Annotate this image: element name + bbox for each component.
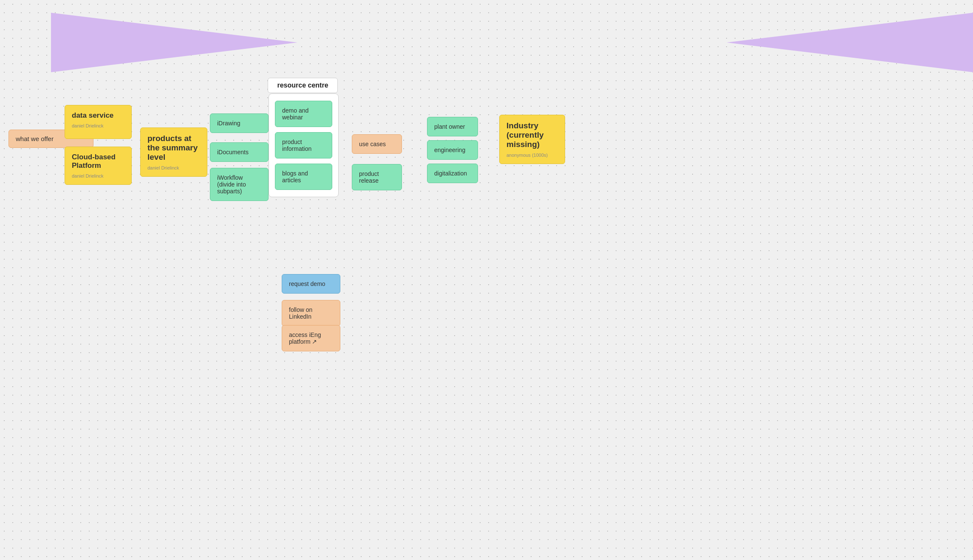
- access-platform-card[interactable]: access iEng platform ↗: [282, 325, 340, 351]
- products-summary-card[interactable]: products at the summary level daniel Dri…: [140, 127, 207, 177]
- products-summary-sublabel: daniel Drielinck: [147, 165, 200, 170]
- triangle-right-decoration: [727, 13, 973, 72]
- data-service-title: data service: [72, 111, 124, 120]
- cloud-platform-sublabel: daniel Drielinck: [72, 173, 124, 178]
- demo-webinar-card[interactable]: demo and webinar: [275, 101, 332, 127]
- use-cases-card[interactable]: use cases: [352, 134, 402, 154]
- engineering-card[interactable]: engineering: [427, 140, 478, 160]
- resource-centre-title: resource centre: [268, 78, 338, 93]
- product-release-card[interactable]: product release: [352, 164, 402, 190]
- iworkflow-card[interactable]: iWorkflow (divide into subparts): [210, 168, 269, 201]
- industry-sublabel: anonymous (1000s): [506, 153, 558, 158]
- digitalization-card[interactable]: digitalization: [427, 164, 478, 183]
- products-summary-title: products at the summary level: [147, 134, 200, 162]
- request-demo-card[interactable]: request demo: [282, 274, 340, 294]
- blogs-articles-card[interactable]: blogs and articles: [275, 164, 332, 190]
- cloud-platform-title: Cloud-based Platform: [72, 153, 124, 170]
- plant-owner-card[interactable]: plant owner: [427, 117, 478, 136]
- idrawing-card[interactable]: iDrawing: [210, 113, 269, 133]
- triangle-left-decoration: [51, 13, 297, 72]
- data-service-card[interactable]: data service daniel Drielinck: [65, 105, 132, 139]
- industry-title: Industry (currently missing): [506, 121, 558, 149]
- data-service-sublabel: daniel Drielinck: [72, 123, 124, 128]
- industry-card[interactable]: Industry (currently missing) anonymous (…: [499, 115, 565, 164]
- follow-linkedin-card[interactable]: follow on LinkedIn: [282, 300, 340, 326]
- idocuments-card[interactable]: iDocuments: [210, 142, 269, 162]
- product-information-card[interactable]: product information: [275, 132, 332, 158]
- cloud-platform-card[interactable]: Cloud-based Platform daniel Drielinck: [65, 147, 132, 185]
- resource-centre-box: demo and webinar product information blo…: [269, 93, 339, 197]
